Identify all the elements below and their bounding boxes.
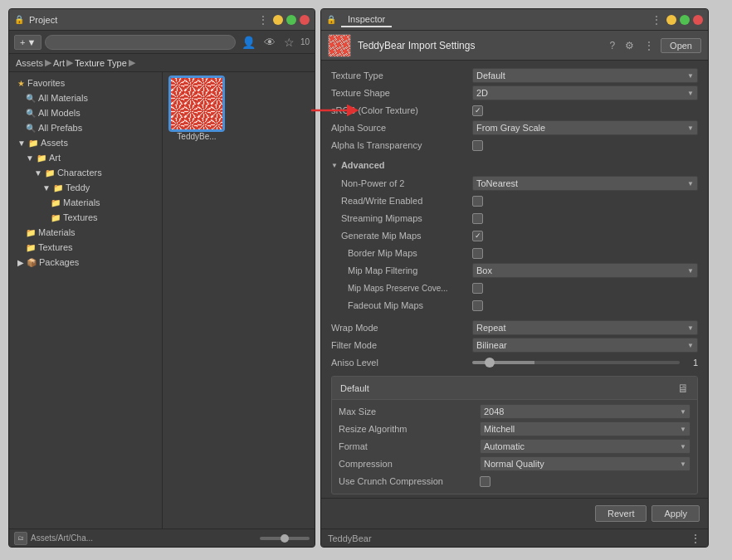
breadcrumb-assets[interactable]: Assets [16,58,43,68]
teddy-triangle: ▼ [42,183,51,192]
tree-item-characters[interactable]: ▼ 📁 Characters [9,165,162,180]
window-buttons [273,15,310,25]
platform-body: Max Size 2048 ▼ Resize Algorithm Mitchel… [332,400,697,494]
border-mipmaps-checkbox[interactable] [472,248,483,259]
breadcrumb-art[interactable]: Art [53,58,65,68]
advanced-section-label: Advanced [341,160,385,170]
maximize-button[interactable] [286,15,296,25]
streaming-mipmaps-checkbox[interactable] [472,213,483,224]
revert-button[interactable]: Revert [595,505,647,522]
packages-label: Packages [39,257,79,267]
resize-algorithm-dropdown-text: Mitchell [484,424,515,434]
generate-mipmaps-row: Generate Mip Maps [331,227,698,244]
close-button[interactable] [300,15,310,25]
wrap-mode-value: Repeat ▼ [472,320,698,335]
texture-type-row: Texture Type Default ▼ [331,67,698,84]
platform-header: Default 🖥 [332,377,697,400]
max-size-row: Max Size 2048 ▼ [339,403,691,420]
alpha-transparency-label: Alpha Is Transparency [331,140,472,150]
filter-mode-dropdown[interactable]: Bilinear ▼ [472,338,698,353]
tree-item-art[interactable]: ▼ 📁 Art [9,150,162,165]
tree-item-materials[interactable]: 📁 Materials [9,225,162,240]
search-input[interactable] [45,35,236,50]
srgb-checkbox[interactable] [472,105,483,116]
person-icon-button[interactable]: 👤 [239,34,258,51]
inspector-tab[interactable]: Inspector [341,12,392,27]
help-icon-button[interactable]: ? [606,38,618,53]
alpha-source-label: Alpha Source [331,123,472,133]
tree-item-teddy-textures[interactable]: 📁 Textures [9,210,162,225]
apply-button[interactable]: Apply [651,505,700,522]
star-icon-button[interactable]: ☆ [281,34,297,51]
add-button[interactable]: + ▼ [14,35,41,50]
all-models-label: All Models [38,108,81,118]
count-badge: 10 [300,37,310,46]
inspector-close-button[interactable] [693,15,703,25]
alpha-transparency-checkbox[interactable] [472,140,483,151]
srgb-label: sRGB (Color Texture) [331,105,472,115]
tree-item-all-materials[interactable]: 🔍 All Materials [9,90,162,105]
max-size-dropdown-text: 2048 [484,407,504,416]
inspector-minimize-button[interactable] [666,15,676,25]
inspector-footer: Revert Apply [321,498,708,528]
format-dropdown[interactable]: Automatic ▼ [480,439,691,454]
compression-dropdown-arrow: ▼ [680,460,686,468]
tree-item-textures[interactable]: 📁 Textures [9,240,162,255]
materials-label: Materials [38,227,76,237]
favorites-label: Favorites [27,78,65,88]
eye-icon-button[interactable]: 👁 [261,34,278,51]
wrap-mode-dropdown[interactable]: Repeat ▼ [472,320,698,335]
tree-item-teddy[interactable]: ▼ 📁 Teddy [9,180,162,195]
assets-folder-icon: 📁 [28,139,38,148]
asset-import-title: TeddyBear Import Settings [358,40,599,51]
asset-name-label: TeddyBe... [177,132,216,141]
settings-icon-button[interactable]: ⚙ [622,38,637,53]
zoom-slider[interactable] [260,537,310,540]
mipmaps-preserve-checkbox[interactable] [472,283,483,294]
tree-item-all-prefabs[interactable]: 🔍 All Prefabs [9,120,162,135]
bottombar-asset-label: TeddyBear [328,533,686,543]
resize-algorithm-dropdown[interactable]: Mitchell ▼ [480,421,691,436]
texture-type-dropdown[interactable]: Default ▼ [472,68,698,83]
characters-label: Characters [57,168,102,178]
project-title: Project [29,15,253,25]
readwrite-checkbox[interactable] [472,196,483,207]
mipmap-filtering-dropdown[interactable]: Box ▼ [472,263,698,278]
tree-item-favorites[interactable]: ★ Favorites [9,75,162,90]
crunch-compression-checkbox[interactable] [480,476,490,487]
asset-item-teddybear[interactable]: TeddyBe... [168,77,226,141]
minimize-button[interactable] [273,15,283,25]
generate-mipmaps-checkbox[interactable] [472,231,483,241]
aniso-slider[interactable] [472,361,680,364]
tree-item-packages[interactable]: ▶ 📦 Packages [9,255,162,270]
texture-type-dropdown-text: Default [476,71,505,80]
tree-item-teddy-materials[interactable]: 📁 Materials [9,195,162,210]
asset-grid: TeddyBe... [163,72,315,528]
fadeout-mipmaps-checkbox[interactable] [472,300,483,311]
max-size-dropdown[interactable]: 2048 ▼ [480,404,691,419]
inspector-bottombar: TeddyBear ⋮ [321,528,708,547]
inspector-maximize-button[interactable] [680,15,690,25]
compression-dropdown[interactable]: Normal Quality ▼ [480,456,691,471]
aniso-slider-wrap: 1 [472,358,698,368]
breadcrumb-characters[interactable]: Texture Type [75,58,127,68]
nonpow2-dropdown[interactable]: ToNearest ▼ [472,176,698,191]
aniso-label: Aniso Level [331,358,472,368]
tree-item-all-models[interactable]: 🔍 All Models [9,105,162,120]
asset-thumbnail [170,77,223,130]
texture-shape-dropdown-text: 2D [476,88,488,98]
advanced-section-header[interactable]: ▼ Advanced [331,157,698,173]
overflow-icon-button[interactable]: ⋮ [641,38,657,53]
border-mipmaps-label: Border Mip Maps [331,248,472,258]
alpha-source-dropdown[interactable]: From Gray Scale ▼ [472,120,698,135]
inspector-titlebar: 🔒 Inspector ⋮ [321,9,708,31]
srgb-row: sRGB (Color Texture) [331,102,698,119]
texture-shape-row: Texture Shape 2D ▼ [331,85,698,101]
texture-shape-dropdown[interactable]: 2D ▼ [472,85,698,100]
mipmaps-preserve-label: Mip Maps Preserve Cove... [331,284,472,293]
filter-mode-row: Filter Mode Bilinear ▼ [331,337,698,353]
tree-item-assets[interactable]: ▼ 📁 Assets [9,135,162,150]
bottombar-menu-button[interactable]: ⋮ [690,532,701,545]
max-size-value: 2048 ▼ [480,404,691,419]
open-button[interactable]: Open [661,38,701,53]
